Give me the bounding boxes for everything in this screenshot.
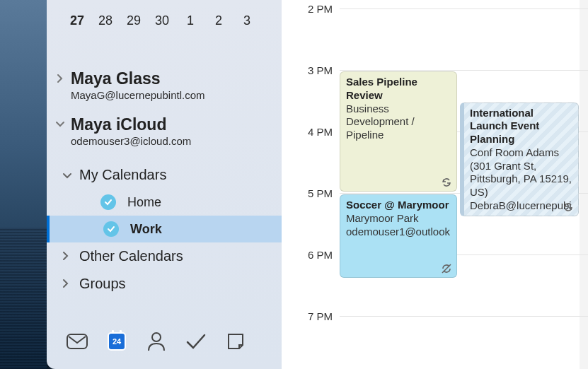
time-axis: 2 PM3 PM4 PM5 PM6 PM7 PM xyxy=(282,0,338,369)
calendar-item-work[interactable]: Work xyxy=(47,216,282,242)
mini-cal-day-28[interactable]: 28 xyxy=(92,7,119,34)
hour-grid-line xyxy=(340,316,588,317)
checkbox-checked-icon[interactable] xyxy=(100,194,116,210)
hour-label: 7 PM xyxy=(308,310,333,322)
hour-label: 4 PM xyxy=(308,126,333,138)
no-sync-icon xyxy=(441,263,452,274)
mini-cal-day-29[interactable]: 29 xyxy=(120,7,147,34)
hour-label: 5 PM xyxy=(308,187,333,199)
section-label: My Calendars xyxy=(79,167,166,183)
event-title: Sales Pipeline Review xyxy=(346,76,451,102)
event-location: Marymoor Park xyxy=(346,212,451,226)
chevron-right-icon[interactable] xyxy=(54,72,67,85)
section-other-calendars[interactable]: Other Calendars xyxy=(47,242,282,270)
hour-grid-line xyxy=(340,8,588,9)
section-groups[interactable]: Groups xyxy=(47,270,282,298)
mini-cal-day-1[interactable]: 1 xyxy=(177,7,204,34)
account-email: MayaG@lucernepubintl.com xyxy=(71,89,266,101)
mini-calendar-week-row: 27 28 29 30 1 2 3 xyxy=(47,0,282,49)
chevron-right-icon xyxy=(62,248,72,264)
desktop-wallpaper xyxy=(0,0,47,369)
event-location: Business Development / Pipeline xyxy=(346,102,451,142)
people-icon[interactable] xyxy=(146,331,167,352)
accounts-list: Maya Glass MayaG@lucernepubintl.com Maya… xyxy=(47,49,282,161)
next-day-strip xyxy=(580,0,588,369)
checkbox-checked-icon[interactable] xyxy=(103,221,119,237)
sync-icon xyxy=(563,201,574,213)
svg-rect-0 xyxy=(67,334,87,348)
section-my-calendars[interactable]: My Calendars xyxy=(47,161,282,189)
section-label: Groups xyxy=(79,276,126,292)
calendar-day-view[interactable]: 2 PM3 PM4 PM5 PM6 PM7 PM Sales Pipeline … xyxy=(282,0,588,369)
calendar-item-home[interactable]: Home xyxy=(47,189,282,216)
hour-grid-line xyxy=(340,70,588,71)
calendar-item-label: Home xyxy=(127,195,161,210)
mini-cal-day-30[interactable]: 30 xyxy=(149,7,175,34)
event-organizer: DebraB@lucernepubi xyxy=(470,199,572,213)
account-name: Maya Glass xyxy=(71,69,266,88)
chevron-right-icon xyxy=(62,276,72,292)
sync-icon xyxy=(441,177,452,188)
event-sales[interactable]: Sales Pipeline ReviewBusiness Developmen… xyxy=(340,71,457,192)
mini-cal-day-3[interactable]: 3 xyxy=(234,7,260,34)
section-label: Other Calendars xyxy=(79,248,183,264)
account-maya-icloud[interactable]: Maya iCloud odemouser3@icloud.com xyxy=(57,110,272,156)
calendar-day-number: 24 xyxy=(108,332,126,351)
account-maya-glass[interactable]: Maya Glass MayaG@lucernepubintl.com xyxy=(57,64,272,110)
notes-icon[interactable] xyxy=(225,331,246,352)
chevron-down-icon[interactable] xyxy=(54,118,67,131)
hour-label: 3 PM xyxy=(308,64,333,76)
account-email: odemouser3@icloud.com xyxy=(71,135,266,147)
event-location: Conf Room Adams (301 Grant St, Pittsburg… xyxy=(470,146,572,199)
mini-cal-day-27[interactable]: 27 xyxy=(64,7,91,34)
calendar-icon[interactable]: 24 xyxy=(106,331,127,352)
mini-cal-day-2[interactable]: 2 xyxy=(205,7,232,34)
calendar-item-label: Work xyxy=(130,222,162,237)
event-organizer: odemouser1@outlook xyxy=(346,226,451,239)
event-title: Soccer @ Marymoor xyxy=(346,199,451,212)
hour-label: 6 PM xyxy=(308,249,333,261)
hour-label: 2 PM xyxy=(308,3,333,15)
mail-icon[interactable] xyxy=(67,331,88,352)
chevron-down-icon xyxy=(62,167,72,183)
event-launch[interactable]: International Launch Event PlanningConf … xyxy=(460,102,579,216)
account-name: Maya iCloud xyxy=(71,115,266,134)
event-title: International Launch Event Planning xyxy=(470,107,572,146)
tasks-icon[interactable] xyxy=(185,331,207,352)
svg-point-1 xyxy=(152,333,161,341)
event-soccer[interactable]: Soccer @ MarymoorMarymoor Parkodemouser1… xyxy=(340,194,457,278)
bottom-nav: 24 xyxy=(47,318,282,369)
sidebar: 27 28 29 30 1 2 3 Maya Glass MayaG@lucer… xyxy=(47,0,282,369)
